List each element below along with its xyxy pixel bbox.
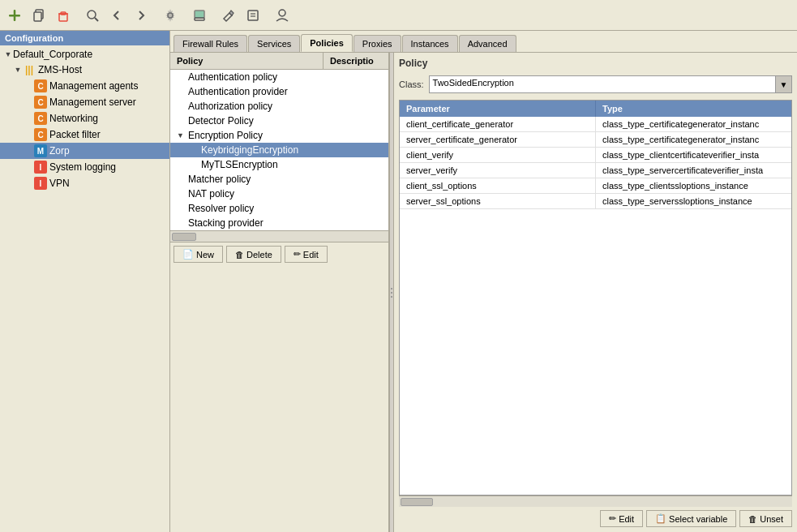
tab-proxies[interactable]: Proxies <box>354 35 401 52</box>
packet-filter-icon: C <box>34 128 47 141</box>
toolbar <box>0 0 797 31</box>
param-col-type: Type <box>596 101 791 117</box>
policy-item-label: NAT policy <box>188 188 234 200</box>
param-row[interactable]: server_ssl_options class_type_serversslo… <box>400 194 791 209</box>
sidebar-item-system-logging[interactable]: I System logging <box>0 159 169 175</box>
upload-button[interactable] <box>188 4 211 27</box>
svg-rect-1 <box>14 10 16 21</box>
system-logging-icon: I <box>34 161 47 174</box>
sidebar-item-networking[interactable]: C Networking <box>0 110 169 127</box>
policy-item-label: Encryption Policy <box>188 130 263 141</box>
param-type: class_type_clientcertificateverifier_ins… <box>596 148 791 162</box>
policy-item-label: Detector Policy <box>188 115 254 127</box>
delete-toolbar-button[interactable] <box>52 4 75 27</box>
sidebar-item-vpn[interactable]: I VPN <box>0 175 169 191</box>
edit-detail-icon: ✏ <box>609 513 616 524</box>
sidebar: Configuration ▼ Default_Corporate ▼ ||| … <box>0 31 170 532</box>
back-button[interactable] <box>105 4 128 27</box>
detail-panel: Policy Class: TwoSidedEncryption ▼ Param… <box>394 53 797 532</box>
param-table-body: client_certificate_generator class_type_… <box>400 117 791 495</box>
vpn-icon: I <box>34 177 47 190</box>
class-select[interactable]: TwoSidedEncryption <box>429 75 776 93</box>
add-button[interactable] <box>3 4 26 27</box>
policy-item-matcher-policy[interactable]: Matcher policy <box>170 172 388 187</box>
detail-h-scrollbar[interactable] <box>399 496 792 507</box>
param-row[interactable]: client_verify class_type_clientcertifica… <box>400 148 791 163</box>
sidebar-item-management-server[interactable]: C Management server <box>0 94 169 110</box>
policy-item-label: Matcher policy <box>188 174 251 185</box>
param-row[interactable]: server_verify class_type_servercertifica… <box>400 163 791 178</box>
class-label: Class: <box>399 79 424 89</box>
tab-bar: Firewall Rules Services Policies Proxies… <box>170 31 797 53</box>
sidebar-item-label: Management server <box>49 97 136 108</box>
sidebar-item-management-agents[interactable]: C Management agents <box>0 78 169 94</box>
sidebar-item-label: ZMS-Host <box>38 64 82 75</box>
edit-detail-label: Edit <box>619 514 634 524</box>
tab-policies[interactable]: Policies <box>301 34 353 52</box>
edit2-toolbar-button[interactable] <box>242 4 264 27</box>
sidebar-item-label: Packet filter <box>49 129 101 140</box>
policy-item-auth-provider[interactable]: Authentication provider <box>170 84 388 99</box>
sidebar-item-packet-filter[interactable]: C Packet filter <box>0 127 169 143</box>
tab-instances[interactable]: Instances <box>402 35 458 52</box>
tab-advanced[interactable]: Advanced <box>459 35 516 52</box>
edit-policy-button[interactable]: ✏ Edit <box>285 246 328 263</box>
class-dropdown-button[interactable]: ▼ <box>776 75 792 93</box>
policy-item-detector-policy[interactable]: Detector Policy <box>170 114 388 128</box>
svg-rect-11 <box>195 11 204 18</box>
policy-panel: Policy Descriptio Authentication policy <box>170 53 389 230</box>
policy-bottom-bar: 📄 New 🗑 Delete ✏ Edit <box>170 242 388 266</box>
param-row[interactable]: client_certificate_generator class_type_… <box>400 117 791 132</box>
policy-item-resolver-policy[interactable]: Resolver policy <box>170 201 388 216</box>
policy-item-auth-policy[interactable]: Authentication policy <box>170 70 388 84</box>
policy-item-encryption-policy[interactable]: ▼ Encryption Policy <box>170 128 388 143</box>
detail-bottom-bar: ✏ Edit 📋 Select variable 🗑 Unset <box>399 507 792 527</box>
svg-line-8 <box>95 18 98 21</box>
param-type: class_type_certificategenerator_instanc <box>596 132 791 147</box>
policy-item-stacking-provider[interactable]: Stacking provider <box>170 216 388 230</box>
sidebar-item-label: Zorp <box>49 145 70 157</box>
select-variable-icon: 📋 <box>655 513 666 524</box>
user-button[interactable] <box>271 4 294 27</box>
edit-toolbar-button[interactable] <box>217 4 240 27</box>
detail-h-scroll-thumb <box>401 498 433 506</box>
tab-firewall-rules[interactable]: Firewall Rules <box>174 35 247 52</box>
param-row[interactable]: server_certificate_generator class_type_… <box>400 132 791 148</box>
delete-icon: 🗑 <box>235 250 244 260</box>
settings-button[interactable] <box>159 4 182 27</box>
sidebar-item-label: Management agents <box>49 80 138 92</box>
param-name: client_certificate_generator <box>400 117 596 131</box>
param-row[interactable]: client_ssl_options class_type_clientsslo… <box>400 178 791 194</box>
svg-rect-3 <box>34 12 41 21</box>
unset-button[interactable]: 🗑 Unset <box>739 510 792 527</box>
policy-h-scrollbar[interactable] <box>170 230 388 242</box>
edit-label: Edit <box>303 250 319 260</box>
h-scroll-thumb <box>172 233 196 241</box>
new-policy-button[interactable]: 📄 New <box>174 246 223 263</box>
policy-item-authz-policy[interactable]: Authorization policy <box>170 99 388 114</box>
tab-services[interactable]: Services <box>248 35 300 52</box>
sidebar-item-label: VPN <box>49 178 70 189</box>
sidebar-item-zms-host[interactable]: ▼ ||| ZMS-Host <box>0 62 169 78</box>
copy-button[interactable] <box>28 4 50 27</box>
svg-point-7 <box>88 11 96 19</box>
delete-policy-button[interactable]: 🗑 Delete <box>226 246 281 263</box>
param-type: class_type_clientssloptions_instance <box>596 178 791 193</box>
policy-item-nat-policy[interactable]: NAT policy <box>170 187 388 201</box>
select-variable-button[interactable]: 📋 Select variable <box>646 510 736 527</box>
forward-button[interactable] <box>130 4 152 27</box>
sidebar-item-default-corporate[interactable]: ▼ Default_Corporate <box>0 47 169 62</box>
policy-item-keybridging[interactable]: KeybridgingEncryption <box>170 143 388 157</box>
param-type: class_type_serverssloptions_instance <box>596 194 791 208</box>
search-toolbar-button[interactable] <box>81 4 104 27</box>
policy-list: Authentication policy Authentication pro… <box>170 70 388 230</box>
edit-detail-button[interactable]: ✏ Edit <box>600 510 643 527</box>
class-select-wrapper: TwoSidedEncryption ▼ <box>429 75 792 93</box>
policy-item-mytls[interactable]: MyTLSEncryption <box>170 157 388 172</box>
param-type: class_type_certificategenerator_instanc <box>596 117 791 131</box>
policy-item-label: Authorization policy <box>188 101 272 112</box>
management-server-icon: C <box>34 96 47 109</box>
sidebar-item-zorp[interactable]: M Zorp <box>0 143 169 159</box>
zorp-icon: M <box>34 144 47 157</box>
param-name: server_verify <box>400 163 596 178</box>
